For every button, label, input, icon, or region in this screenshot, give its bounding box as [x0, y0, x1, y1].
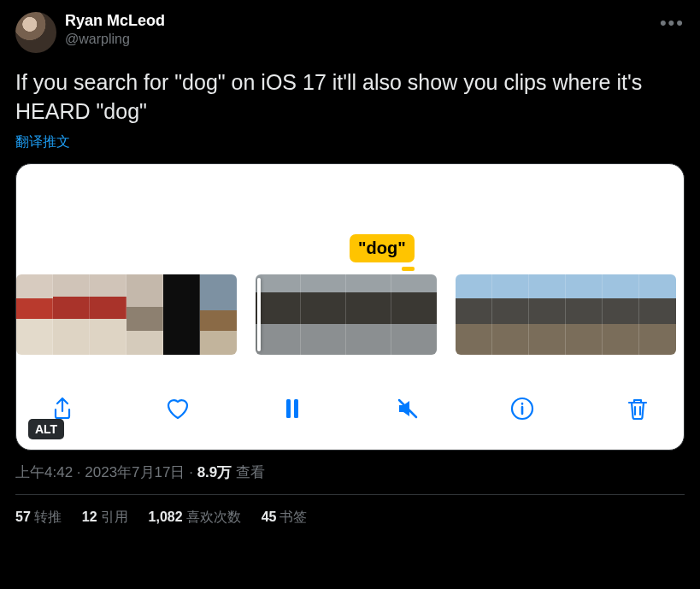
author-handle: @warpling [65, 31, 165, 47]
clip-frame [200, 274, 237, 355]
clip-frame [529, 274, 566, 355]
clip-frame [456, 274, 492, 355]
clip-frame [163, 274, 200, 355]
svg-rect-0 [286, 399, 291, 418]
author-display-name: Ryan McLeod [65, 12, 165, 31]
media-toolbar [16, 387, 684, 430]
clip-frame [301, 274, 346, 355]
tweet-date[interactable]: 2023年7月17日 [85, 464, 185, 480]
trash-icon[interactable] [622, 393, 653, 424]
tweet-meta: 上午4:42 · 2023年7月17日 · 8.9万 查看 [15, 462, 685, 482]
alt-badge[interactable]: ALT [28, 419, 64, 439]
mute-icon[interactable] [392, 393, 423, 424]
video-clip[interactable] [16, 274, 237, 355]
playhead-icon[interactable] [257, 278, 261, 351]
tweet-time[interactable]: 上午4:42 [15, 464, 73, 480]
likes-stat[interactable]: 1,082喜欢次数 [149, 509, 241, 527]
clip-frame [603, 274, 639, 355]
more-icon[interactable]: ••• [660, 12, 685, 34]
author-block[interactable]: Ryan McLeod @warpling [65, 12, 165, 47]
quotes-stat[interactable]: 12引用 [82, 509, 128, 527]
translate-link[interactable]: 翻译推文 [15, 133, 685, 151]
heart-icon[interactable] [162, 393, 193, 424]
caption-marker [402, 267, 415, 271]
info-icon[interactable] [507, 393, 538, 424]
views-label: 查看 [236, 464, 265, 480]
tweet-container: Ryan McLeod @warpling ••• If you search … [0, 0, 700, 527]
clip-frame [566, 274, 603, 355]
clip-frame [90, 274, 126, 355]
bookmarks-stat[interactable]: 45书签 [262, 509, 308, 527]
video-clip[interactable] [456, 274, 676, 355]
pause-icon[interactable] [277, 393, 308, 424]
clip-frame [126, 274, 163, 355]
svg-rect-1 [294, 399, 298, 418]
tweet-header: Ryan McLeod @warpling ••• [15, 12, 685, 53]
stats-row: 57转推 12引用 1,082喜欢次数 45书签 [15, 495, 685, 527]
clip-frame [16, 274, 53, 355]
caption-badge: "dog" [350, 234, 415, 262]
clip-frame [639, 274, 676, 355]
tweet-text: If you search for "dog" on iOS 17 it'll … [15, 68, 685, 127]
clip-frame [256, 274, 301, 355]
avatar[interactable] [15, 12, 56, 53]
media-card[interactable]: "dog" [15, 163, 685, 451]
clip-frame [391, 274, 437, 355]
filmstrip[interactable] [16, 274, 684, 355]
clip-frame [346, 274, 391, 355]
retweets-stat[interactable]: 57转推 [15, 509, 62, 527]
clip-frame [53, 274, 90, 355]
video-clip[interactable] [256, 274, 437, 355]
clip-frame [492, 274, 529, 355]
views-count: 8.9万 [197, 464, 232, 480]
